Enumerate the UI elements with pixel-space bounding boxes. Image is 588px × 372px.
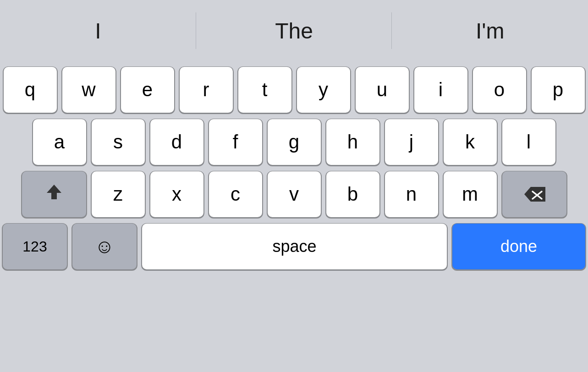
key-row-3: z x c v b n m [3, 171, 585, 217]
key-p[interactable]: p [532, 67, 585, 113]
done-key[interactable]: done [452, 224, 585, 269]
predictive-item-im[interactable]: I'm [392, 0, 588, 61]
key-y[interactable]: y [297, 67, 350, 113]
key-x[interactable]: x [150, 171, 203, 217]
key-d[interactable]: d [150, 119, 203, 165]
predictive-item-the[interactable]: The [196, 0, 392, 61]
backspace-icon [522, 185, 546, 203]
key-v[interactable]: v [268, 171, 321, 217]
key-a[interactable]: a [33, 119, 86, 165]
key-w[interactable]: w [62, 67, 115, 113]
backspace-key[interactable] [502, 171, 566, 217]
key-u[interactable]: u [356, 67, 409, 113]
key-l[interactable]: l [502, 119, 555, 165]
key-h[interactable]: h [326, 119, 379, 165]
key-s[interactable]: s [92, 119, 145, 165]
key-b[interactable]: b [326, 171, 379, 217]
key-k[interactable]: k [444, 119, 497, 165]
emoji-key[interactable]: ☺ [72, 224, 137, 269]
emoji-icon: ☺ [95, 235, 115, 257]
key-q[interactable]: q [4, 67, 57, 113]
key-o[interactable]: o [473, 67, 526, 113]
key-i[interactable]: i [414, 67, 467, 113]
key-j[interactable]: j [385, 119, 438, 165]
shift-icon [44, 182, 64, 207]
key-n[interactable]: n [385, 171, 438, 217]
space-key[interactable]: space [142, 224, 447, 269]
key-t[interactable]: t [238, 67, 291, 113]
keyboard: q w e r t y u i o p a s d f g h j k l z … [0, 61, 588, 372]
key-m[interactable]: m [444, 171, 497, 217]
key-r[interactable]: r [180, 67, 233, 113]
key-row-1: q w e r t y u i o p [3, 67, 585, 113]
shift-key[interactable] [22, 171, 86, 217]
numbers-key[interactable]: 123 [3, 224, 67, 269]
key-g[interactable]: g [268, 119, 321, 165]
key-row-4: 123 ☺ space done [3, 224, 585, 269]
key-e[interactable]: e [121, 67, 174, 113]
key-z[interactable]: z [92, 171, 145, 217]
predictive-bar: I The I'm [0, 0, 588, 61]
key-f[interactable]: f [209, 119, 262, 165]
key-c[interactable]: c [209, 171, 262, 217]
predictive-item-i[interactable]: I [0, 0, 196, 61]
key-row-2: a s d f g h j k l [3, 119, 585, 165]
